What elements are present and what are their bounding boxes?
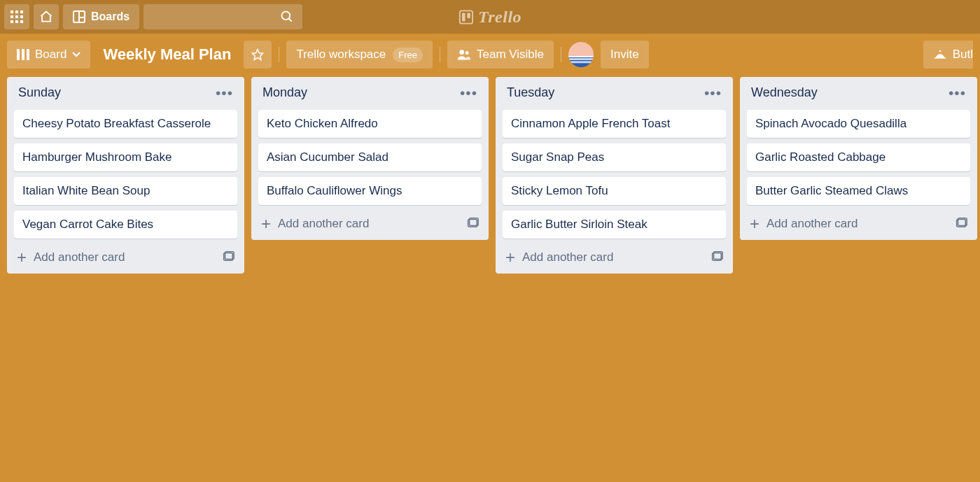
search-input[interactable] [144,4,302,29]
board-view-switcher[interactable]: Board [7,41,90,69]
list-menu-button[interactable]: ••• [948,90,966,97]
list: Tuesday•••Cinnamon Apple French ToastSug… [496,77,733,274]
list: Sunday•••Cheesy Potato Breakfast Cassero… [7,77,244,274]
board-canvas: Sunday•••Cheesy Potato Breakfast Cassero… [0,76,980,482]
card[interactable]: Cinnamon Apple French Toast [503,110,726,138]
search-icon [280,10,294,24]
invite-button[interactable]: Invite [601,41,649,69]
card[interactable]: Butter Garlic Steamed Claws [747,177,970,205]
workspace-button[interactable]: Trello workspace Free [286,41,433,69]
add-card-button[interactable]: +Add another card [17,250,125,264]
svg-rect-17 [17,49,20,60]
visibility-label: Team Visible [477,48,544,62]
svg-rect-5 [20,15,23,18]
svg-rect-2 [20,10,23,13]
list-title[interactable]: Wednesday [751,85,818,100]
board-header: Board Weekly Meal Plan Trello workspace … [0,34,980,76]
plus-icon: + [505,253,515,262]
svg-rect-23 [934,57,946,59]
board-view-icon [17,49,29,60]
svg-rect-16 [467,13,470,17]
svg-rect-4 [15,15,18,18]
svg-point-12 [282,12,290,20]
butler-icon [933,49,947,60]
list-title[interactable]: Tuesday [507,85,554,100]
card[interactable]: Vegan Carrot Cake Bites [14,211,237,239]
list-menu-button[interactable]: ••• [216,90,233,97]
boards-icon [73,10,85,23]
star-icon [251,48,264,61]
member-avatar[interactable] [568,42,594,67]
list: Monday•••Keto Chicken AlfredoAsian Cucum… [251,77,489,240]
team-icon [457,48,471,61]
home-button[interactable] [34,4,59,29]
visibility-button[interactable]: Team Visible [447,41,554,69]
list-menu-button[interactable]: ••• [704,90,722,97]
add-card-button[interactable]: +Add another card [505,250,613,264]
list-title[interactable]: Sunday [18,85,61,100]
divider [440,47,440,62]
plus-icon: + [261,219,271,229]
svg-point-21 [459,50,464,55]
template-icon [955,216,967,229]
card[interactable]: Spinach Avocado Quesadilla [747,110,970,138]
trello-icon [458,9,474,24]
svg-rect-18 [22,49,24,60]
plus-icon: + [750,219,760,229]
card[interactable]: Asian Cucumber Salad [258,143,482,171]
svg-point-22 [465,51,469,55]
svg-rect-14 [460,10,472,23]
card[interactable]: Garlic Roasted Cabbage [747,143,970,171]
add-card-row: +Add another card [747,212,970,233]
list-header: Tuesday••• [503,83,726,104]
add-card-label: Add another card [766,217,858,231]
add-card-row: +Add another card [14,246,237,267]
add-card-label: Add another card [34,250,125,264]
svg-rect-19 [27,49,29,60]
card-template-button[interactable] [222,250,234,265]
card[interactable]: Cheesy Potato Breakfast Casserole [14,110,237,138]
card-template-button[interactable] [710,250,723,265]
add-card-row: +Add another card [258,212,482,233]
card[interactable]: Sugar Snap Peas [503,143,726,171]
global-header: Boards Trello [0,0,980,34]
card-template-button[interactable] [955,216,967,232]
add-card-button[interactable]: +Add another card [261,217,369,231]
brand-logo: Trello [458,8,522,27]
svg-rect-15 [462,13,465,21]
boards-label: Boards [91,10,130,23]
card[interactable]: Buffalo Cauliflower Wings [258,177,482,205]
svg-line-13 [289,19,292,22]
card[interactable]: Sticky Lemon Tofu [503,177,726,205]
template-icon [710,250,723,262]
list-header: Wednesday••• [747,83,970,104]
list: Wednesday•••Spinach Avocado QuesadillaGa… [740,77,977,240]
apps-button[interactable] [4,4,29,29]
butler-label: Butl [953,48,973,62]
svg-point-24 [939,50,941,52]
svg-rect-6 [10,20,13,23]
svg-rect-8 [20,20,23,23]
apps-grid-icon [10,10,23,23]
card[interactable]: Italian White Bean Soup [14,177,237,205]
card[interactable]: Hamburger Mushroom Bake [14,143,237,171]
divider [561,47,561,62]
template-icon [466,216,479,229]
butler-button[interactable]: Butl [923,41,973,69]
svg-rect-7 [15,20,18,23]
star-board-button[interactable] [244,41,272,69]
list-title[interactable]: Monday [262,85,307,100]
workspace-label: Trello workspace [296,48,386,62]
list-menu-button[interactable]: ••• [460,90,477,97]
chevron-down-icon [72,52,80,57]
svg-rect-1 [15,10,18,13]
card[interactable]: Garlic Butter Sirloin Steak [503,211,726,239]
divider [279,47,279,62]
card[interactable]: Keto Chicken Alfredo [258,110,482,138]
add-card-button[interactable]: +Add another card [750,217,858,231]
boards-button[interactable]: Boards [63,4,139,29]
card-template-button[interactable] [466,216,479,232]
list-header: Sunday••• [14,83,237,104]
plus-icon: + [17,253,27,262]
board-title[interactable]: Weekly Meal Plan [97,45,237,64]
